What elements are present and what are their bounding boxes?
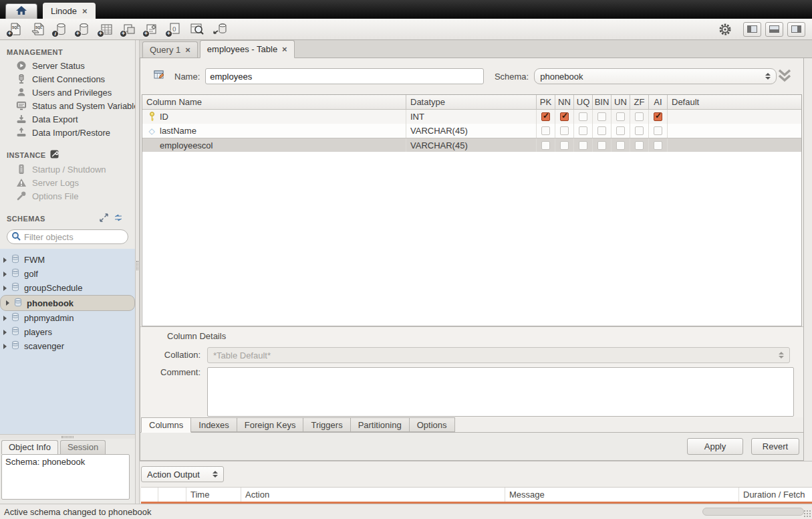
ai-checkbox[interactable] [654, 112, 662, 121]
sidebar-item-server-logs[interactable]: Server Logs [0, 176, 135, 189]
apply-button[interactable]: Apply [687, 438, 743, 455]
default-cell[interactable] [668, 124, 801, 138]
tab-indexes[interactable]: Indexes [191, 417, 237, 432]
toggle-left-sidebar-button[interactable] [743, 22, 761, 37]
schema-row-scavenger[interactable]: scavenger [0, 339, 135, 353]
toggle-output-area-button[interactable] [765, 22, 783, 37]
tab-partitioning[interactable]: Partitioning [351, 417, 410, 432]
col-header-nn[interactable]: NN [555, 95, 574, 109]
pk-checkbox[interactable] [541, 112, 550, 121]
output-type-select[interactable]: Action Output [141, 466, 224, 482]
expander-icon[interactable] [3, 257, 7, 263]
ai-checkbox[interactable] [654, 141, 662, 150]
reconnect-dbms-button[interactable] [211, 21, 229, 37]
output-col-action[interactable]: Action [241, 488, 505, 502]
connection-tab[interactable]: Linode × [43, 3, 96, 19]
schema-filter-input[interactable] [24, 232, 142, 242]
nn-checkbox[interactable] [560, 141, 569, 150]
un-checkbox[interactable] [616, 141, 625, 150]
create-view-button[interactable] [120, 21, 138, 37]
tab-columns[interactable]: Columns [141, 417, 191, 433]
new-query-tab-button[interactable]: SQL [7, 21, 24, 37]
pk-checkbox[interactable] [541, 141, 550, 150]
collation-select[interactable]: *Table Default* [207, 347, 790, 363]
sidebar-item-data-import[interactable]: Data Import/Restore [0, 126, 135, 139]
output-col-duration[interactable]: Duration / Fetch [739, 488, 812, 502]
search-table-data-button[interactable] [188, 21, 206, 37]
col-header-datatype[interactable]: Datatype [406, 95, 537, 109]
column-row-lastname[interactable]: lastName VARCHAR(45) [142, 124, 801, 138]
default-cell[interactable] [668, 110, 801, 124]
main-vertical-splitter[interactable] [135, 40, 140, 504]
schema-row-phpmyadmin[interactable]: phpmyadmin [0, 311, 135, 325]
col-header-uq[interactable]: UQ [574, 95, 593, 109]
sidebar-item-client-connections[interactable]: Client Connections [0, 72, 135, 86]
output-col-message[interactable]: Message [505, 488, 739, 502]
output-col-time[interactable]: Time [186, 488, 241, 502]
close-icon[interactable]: × [82, 7, 88, 15]
table-name-input[interactable] [205, 68, 484, 84]
output-col-blank2[interactable] [158, 488, 186, 502]
col-header-name[interactable]: Column Name [142, 95, 406, 109]
zf-checkbox[interactable] [635, 112, 644, 121]
expand-schemas-icon[interactable] [100, 213, 108, 223]
default-cell[interactable] [668, 138, 801, 152]
create-function-button[interactable]: () [166, 21, 183, 37]
bin-checkbox[interactable] [597, 112, 606, 121]
create-table-button[interactable] [98, 21, 115, 37]
sidebar-item-options-file[interactable]: Options File [0, 189, 135, 203]
nn-checkbox[interactable] [560, 112, 569, 121]
create-procedure-button[interactable] [143, 21, 160, 37]
toggle-right-sidebar-button[interactable] [787, 22, 805, 37]
zf-checkbox[interactable] [635, 126, 644, 135]
column-row-id[interactable]: ID INT [142, 110, 801, 124]
close-icon[interactable]: × [282, 45, 287, 54]
schema-row-phonebook[interactable]: phonebook [0, 295, 135, 311]
preferences-button[interactable] [716, 21, 734, 37]
bin-checkbox[interactable] [597, 141, 606, 150]
tab-options[interactable]: Options [410, 417, 455, 432]
comment-textarea[interactable] [207, 367, 794, 417]
expand-header-chevron-icon[interactable] [777, 69, 793, 84]
un-checkbox[interactable] [616, 126, 625, 135]
uq-checkbox[interactable] [579, 141, 587, 150]
grid-empty-area[interactable] [142, 152, 801, 326]
expander-icon[interactable] [3, 286, 7, 291]
sidebar-item-data-export[interactable]: Data Export [0, 112, 135, 126]
tab-foreign-keys[interactable]: Foreign Keys [237, 417, 304, 432]
col-header-zf[interactable]: ZF [630, 95, 649, 109]
ai-checkbox[interactable] [654, 126, 662, 135]
expander-icon[interactable] [3, 316, 7, 321]
tab-triggers[interactable]: Triggers [303, 417, 350, 432]
home-tab[interactable] [5, 3, 37, 19]
zf-checkbox[interactable] [635, 141, 644, 150]
schema-row-players[interactable]: players [0, 325, 135, 339]
col-header-bin[interactable]: BIN [593, 95, 612, 109]
uq-checkbox[interactable] [579, 126, 587, 135]
col-header-default[interactable]: Default [668, 95, 801, 109]
sidebar-item-startup-shutdown[interactable]: Startup / Shutdown [0, 163, 135, 176]
sidebar-horizontal-splitter[interactable] [0, 434, 135, 439]
pk-checkbox[interactable] [541, 126, 550, 135]
schema-row-groupschedule[interactable]: groupSchedule [0, 281, 135, 295]
open-sql-script-button[interactable]: SQL [29, 21, 47, 37]
expander-icon[interactable] [6, 300, 9, 306]
tab-employees-table[interactable]: employees - Table × [200, 40, 295, 58]
nn-checkbox[interactable] [560, 126, 569, 135]
output-hscrollbar-thumb[interactable] [702, 508, 804, 516]
tab-session[interactable]: Session [60, 440, 106, 454]
sidebar-item-users-privileges[interactable]: Users and Privileges [0, 86, 135, 99]
revert-button[interactable]: Revert [751, 438, 799, 455]
bin-checkbox[interactable] [597, 126, 606, 135]
create-schema-button[interactable] [75, 21, 92, 37]
output-col-blank1[interactable] [141, 488, 158, 502]
tab-query-1[interactable]: Query 1 × [142, 41, 198, 58]
refresh-schemas-icon[interactable] [114, 213, 123, 223]
tab-object-info[interactable]: Object Info [1, 440, 58, 454]
schema-row-golf[interactable]: golf [0, 267, 135, 281]
expander-icon[interactable] [3, 330, 7, 335]
col-header-ai[interactable]: AI [649, 95, 668, 109]
col-header-un[interactable]: UN [612, 95, 630, 109]
expander-icon[interactable] [3, 272, 7, 277]
col-header-pk[interactable]: PK [537, 95, 555, 109]
